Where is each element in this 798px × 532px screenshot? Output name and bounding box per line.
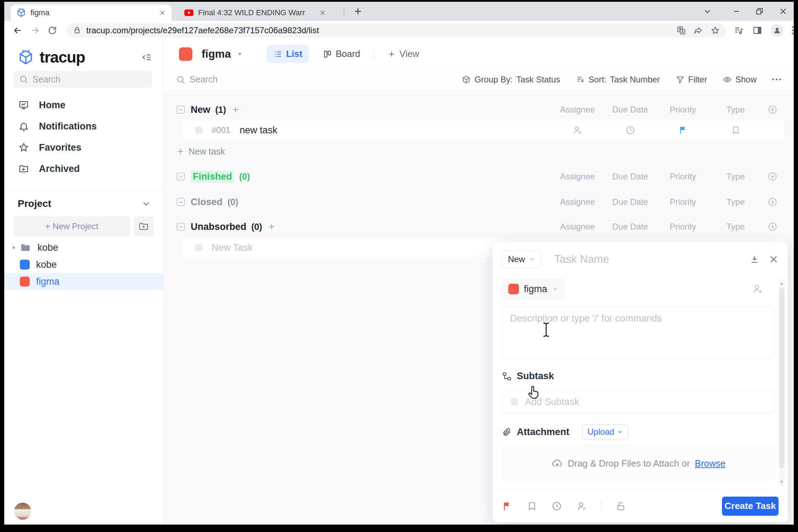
scroll-up-icon[interactable]: ▲ xyxy=(779,280,785,286)
window-minimize-icon[interactable] xyxy=(726,2,747,21)
project-section-header[interactable]: Project xyxy=(18,195,151,213)
browse-link[interactable]: Browse xyxy=(695,458,725,469)
task-type-icon[interactable] xyxy=(527,501,537,511)
section-checkbox-icon[interactable] xyxy=(176,105,186,115)
section-checkbox-icon[interactable] xyxy=(176,222,186,232)
task-row[interactable]: #001 new task xyxy=(183,121,784,140)
new-tab-button[interactable] xyxy=(353,6,363,17)
tab-label: List xyxy=(286,48,302,59)
due-date-icon[interactable] xyxy=(604,125,657,135)
add-column-icon[interactable] xyxy=(762,222,783,232)
sidebar-item-home[interactable]: Home xyxy=(4,94,163,116)
forward-icon[interactable] xyxy=(27,25,44,36)
attachment-section-label: Attachment Upload xyxy=(502,424,628,439)
sidebar-search-input[interactable] xyxy=(33,74,146,85)
add-column-icon[interactable] xyxy=(762,172,783,181)
filter-control[interactable]: Filter xyxy=(676,75,707,85)
task-title[interactable]: new task xyxy=(239,125,277,136)
project-select-chip[interactable]: figma xyxy=(502,279,565,299)
tab-board-view[interactable]: Board xyxy=(317,45,366,63)
project-name: figma xyxy=(36,276,59,287)
translate-icon[interactable] xyxy=(677,26,686,35)
add-column-icon[interactable] xyxy=(762,197,783,207)
status-dropdown[interactable]: New xyxy=(502,250,541,268)
back-icon[interactable] xyxy=(9,25,27,36)
more-icon[interactable] xyxy=(772,79,781,80)
group-by-control[interactable]: Group By: Task Status xyxy=(462,75,560,85)
window-close-icon[interactable] xyxy=(773,2,794,21)
tab-youtube[interactable]: Final 4:32 WILD ENDING Warr xyxy=(178,5,339,21)
close-tab-icon[interactable] xyxy=(319,9,326,16)
privacy-lock-icon[interactable] xyxy=(615,501,626,511)
upload-button[interactable]: Upload xyxy=(582,424,628,439)
filter-label: Filter xyxy=(688,75,707,85)
sidebar-search[interactable] xyxy=(13,71,152,88)
project-row-figma[interactable]: figma xyxy=(4,273,163,290)
task-drag-handle[interactable] xyxy=(195,127,202,134)
task-name-input[interactable] xyxy=(554,253,750,266)
panel-assignee-add-icon[interactable] xyxy=(752,284,763,294)
section-count: (0) xyxy=(251,222,262,232)
add-column-icon[interactable] xyxy=(762,105,783,115)
section-checkbox-icon[interactable] xyxy=(176,197,186,207)
tab-list-view[interactable]: List xyxy=(267,45,309,63)
sidepanel-icon[interactable] xyxy=(752,25,762,35)
close-panel-icon[interactable] xyxy=(769,254,779,264)
window-dropdown-icon[interactable] xyxy=(697,2,718,21)
sidebar-item-notifications[interactable]: Notifications xyxy=(4,116,163,137)
project-header: figma List Board xyxy=(163,40,794,68)
type-icon[interactable] xyxy=(709,125,762,135)
add-task-icon[interactable] xyxy=(231,105,240,114)
project-row-kobe-folder[interactable]: kobe xyxy=(4,239,163,256)
window-restore-icon[interactable] xyxy=(749,2,770,21)
user-avatar[interactable] xyxy=(14,503,31,520)
file-dropzone[interactable]: Drag & Drop Files to Attach or Browse xyxy=(502,446,775,480)
list-toolbar: Search Group By: Task Status So xyxy=(163,68,794,91)
add-task-icon[interactable] xyxy=(267,222,276,231)
column-header-type: Type xyxy=(709,197,762,207)
priority-flag-icon[interactable] xyxy=(657,125,709,135)
add-subtask-input[interactable] xyxy=(525,397,766,407)
tab-figma[interactable]: figma xyxy=(11,5,172,21)
new-folder-button[interactable] xyxy=(134,216,154,236)
new-project-button[interactable]: + New Project xyxy=(13,216,130,236)
scrollbar-thumb[interactable] xyxy=(779,288,784,468)
sort-control[interactable]: Sort: Task Number xyxy=(576,75,660,85)
add-view-label: View xyxy=(399,48,419,59)
chrome-menu-icon[interactable] xyxy=(792,26,794,34)
bookmark-star-icon[interactable] xyxy=(711,26,720,35)
address-bar[interactable]: tracup.com/projects/e29ef127aefe268e73f7… xyxy=(66,23,726,37)
caret-down-icon[interactable] xyxy=(236,50,244,58)
priority-flag-icon[interactable] xyxy=(502,501,513,511)
create-task-button[interactable]: Create Task xyxy=(722,497,779,516)
media-controls-icon[interactable] xyxy=(734,25,744,35)
project-row-kobe[interactable]: kobe xyxy=(4,256,163,273)
add-subtask-box[interactable] xyxy=(502,391,775,413)
collapse-panel-icon[interactable] xyxy=(750,254,759,264)
sidebar-item-archived[interactable]: Archived xyxy=(4,158,163,179)
close-tab-icon[interactable] xyxy=(159,9,166,16)
brand-name: tracup xyxy=(40,48,85,66)
show-control[interactable]: Show xyxy=(723,75,757,85)
chevron-down-icon xyxy=(141,199,151,209)
profile-avatar-icon[interactable] xyxy=(771,24,783,37)
expand-arrow-icon[interactable] xyxy=(11,244,17,251)
collapse-sidebar-icon[interactable] xyxy=(141,52,152,63)
section-checkbox-icon[interactable] xyxy=(176,172,186,181)
assignee-add-icon[interactable] xyxy=(551,125,604,135)
scroll-down-icon[interactable]: ▼ xyxy=(779,479,785,485)
add-view-button[interactable]: View xyxy=(381,45,426,63)
project-title: figma xyxy=(202,48,231,60)
list-search[interactable]: Search xyxy=(176,74,218,85)
add-new-task-row[interactable]: New task xyxy=(163,142,784,161)
column-header-priority: Priority xyxy=(657,197,709,207)
new-task-placeholder[interactable]: New Task xyxy=(212,242,253,253)
sidebar-item-favorites[interactable]: Favorites xyxy=(4,137,163,158)
reload-icon[interactable] xyxy=(44,25,61,35)
project-color-swatch xyxy=(508,284,519,294)
attachment-label: Attachment xyxy=(517,427,569,438)
panel-scrollbar[interactable]: ▲ ▼ xyxy=(779,279,785,486)
assignee-icon[interactable] xyxy=(576,501,587,511)
share-icon[interactable] xyxy=(694,26,703,35)
due-date-icon[interactable] xyxy=(551,501,562,511)
